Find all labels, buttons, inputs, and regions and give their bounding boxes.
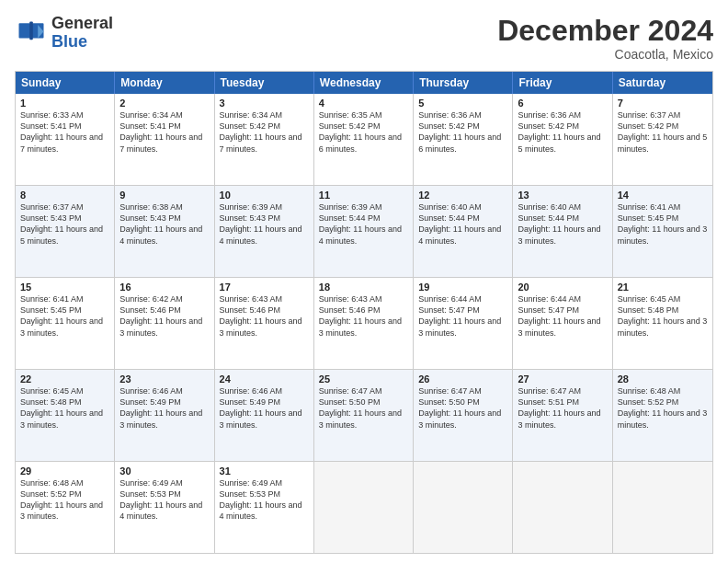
day-info: Sunrise: 6:41 AMSunset: 5:45 PMDaylight:… — [618, 201, 708, 247]
calendar-cell — [314, 462, 414, 553]
calendar-cell: 20Sunrise: 6:44 AMSunset: 5:47 PMDayligh… — [513, 278, 612, 369]
calendar-cell: 12Sunrise: 6:40 AMSunset: 5:44 PMDayligh… — [414, 186, 513, 277]
calendar-cell: 17Sunrise: 6:43 AMSunset: 5:46 PMDayligh… — [215, 278, 314, 369]
calendar-cell: 1Sunrise: 6:33 AMSunset: 5:41 PMDaylight… — [16, 94, 115, 185]
calendar-cell — [414, 462, 513, 553]
day-info: Sunrise: 6:48 AMSunset: 5:52 PMDaylight:… — [618, 385, 708, 431]
calendar-cell: 22Sunrise: 6:45 AMSunset: 5:48 PMDayligh… — [16, 370, 115, 461]
calendar-row: 15Sunrise: 6:41 AMSunset: 5:45 PMDayligh… — [16, 277, 712, 369]
day-number: 24 — [220, 373, 309, 385]
day-info: Sunrise: 6:47 AMSunset: 5:50 PMDaylight:… — [319, 385, 408, 431]
day-number: 31 — [220, 465, 309, 477]
weekday-header: Tuesday — [215, 72, 314, 94]
day-info: Sunrise: 6:33 AMSunset: 5:41 PMDaylight:… — [20, 109, 109, 155]
logo-general: General — [51, 14, 113, 32]
day-number: 16 — [119, 282, 209, 293]
day-number: 29 — [20, 465, 109, 477]
calendar-cell: 21Sunrise: 6:45 AMSunset: 5:48 PMDayligh… — [613, 278, 712, 369]
day-number: 23 — [119, 373, 209, 385]
svg-rect-1 — [19, 23, 31, 38]
day-number: 21 — [618, 282, 708, 293]
day-info: Sunrise: 6:41 AMSunset: 5:45 PMDaylight:… — [20, 293, 109, 339]
calendar-body: 1Sunrise: 6:33 AMSunset: 5:41 PMDaylight… — [16, 94, 712, 553]
day-info: Sunrise: 6:38 AMSunset: 5:43 PMDaylight:… — [119, 201, 209, 247]
weekday-header: Saturday — [613, 72, 712, 94]
day-info: Sunrise: 6:35 AMSunset: 5:42 PMDaylight:… — [319, 109, 408, 155]
calendar-row: 1Sunrise: 6:33 AMSunset: 5:41 PMDaylight… — [16, 94, 712, 185]
day-info: Sunrise: 6:37 AMSunset: 5:43 PMDaylight:… — [20, 201, 109, 247]
day-number: 17 — [220, 282, 309, 293]
calendar-cell — [613, 462, 712, 553]
day-number: 20 — [518, 282, 607, 293]
day-number: 6 — [518, 98, 607, 109]
month-title: December 2024 — [497, 15, 713, 47]
logo: General Blue — [15, 15, 113, 52]
day-number: 5 — [418, 98, 507, 109]
day-number: 22 — [20, 373, 109, 385]
day-info: Sunrise: 6:48 AMSunset: 5:52 PMDaylight:… — [20, 477, 109, 523]
calendar-cell: 14Sunrise: 6:41 AMSunset: 5:45 PMDayligh… — [613, 186, 712, 277]
calendar-cell: 15Sunrise: 6:41 AMSunset: 5:45 PMDayligh… — [16, 278, 115, 369]
day-number: 28 — [618, 373, 708, 385]
day-info: Sunrise: 6:47 AMSunset: 5:50 PMDaylight:… — [418, 385, 507, 431]
calendar-cell: 30Sunrise: 6:49 AMSunset: 5:53 PMDayligh… — [115, 462, 214, 553]
calendar-row: 29Sunrise: 6:48 AMSunset: 5:52 PMDayligh… — [16, 461, 712, 553]
day-number: 15 — [20, 282, 109, 293]
weekday-header: Sunday — [16, 72, 115, 94]
calendar-cell: 26Sunrise: 6:47 AMSunset: 5:50 PMDayligh… — [414, 370, 513, 461]
weekday-header: Monday — [115, 72, 214, 94]
calendar-cell: 31Sunrise: 6:49 AMSunset: 5:53 PMDayligh… — [215, 462, 314, 553]
calendar: SundayMondayTuesdayWednesdayThursdayFrid… — [15, 71, 713, 554]
calendar-row: 8Sunrise: 6:37 AMSunset: 5:43 PMDaylight… — [16, 185, 712, 277]
day-info: Sunrise: 6:43 AMSunset: 5:46 PMDaylight:… — [319, 293, 408, 339]
day-info: Sunrise: 6:46 AMSunset: 5:49 PMDaylight:… — [220, 385, 309, 431]
day-info: Sunrise: 6:36 AMSunset: 5:42 PMDaylight:… — [418, 109, 507, 155]
day-info: Sunrise: 6:43 AMSunset: 5:46 PMDaylight:… — [220, 293, 309, 339]
calendar-cell: 19Sunrise: 6:44 AMSunset: 5:47 PMDayligh… — [414, 278, 513, 369]
day-number: 18 — [319, 282, 408, 293]
calendar-cell: 2Sunrise: 6:34 AMSunset: 5:41 PMDaylight… — [115, 94, 214, 185]
day-number: 26 — [418, 373, 507, 385]
day-number: 8 — [20, 190, 109, 201]
day-info: Sunrise: 6:39 AMSunset: 5:43 PMDaylight:… — [220, 201, 309, 247]
day-info: Sunrise: 6:45 AMSunset: 5:48 PMDaylight:… — [20, 385, 109, 431]
calendar-cell: 6Sunrise: 6:36 AMSunset: 5:42 PMDaylight… — [513, 94, 612, 185]
day-number: 25 — [319, 373, 408, 385]
day-info: Sunrise: 6:37 AMSunset: 5:42 PMDaylight:… — [618, 109, 708, 155]
calendar-cell: 28Sunrise: 6:48 AMSunset: 5:52 PMDayligh… — [613, 370, 712, 461]
calendar-cell: 7Sunrise: 6:37 AMSunset: 5:42 PMDaylight… — [613, 94, 712, 185]
day-number: 14 — [618, 190, 708, 201]
day-number: 11 — [319, 190, 408, 201]
day-number: 10 — [220, 190, 309, 201]
logo-icon — [15, 17, 48, 50]
day-info: Sunrise: 6:44 AMSunset: 5:47 PMDaylight:… — [518, 293, 607, 339]
title-block: December 2024 Coacotla, Mexico — [497, 15, 713, 62]
day-info: Sunrise: 6:34 AMSunset: 5:42 PMDaylight:… — [220, 109, 309, 155]
day-info: Sunrise: 6:49 AMSunset: 5:53 PMDaylight:… — [119, 477, 209, 523]
day-info: Sunrise: 6:47 AMSunset: 5:51 PMDaylight:… — [518, 385, 607, 431]
calendar-cell: 25Sunrise: 6:47 AMSunset: 5:50 PMDayligh… — [314, 370, 414, 461]
day-number: 19 — [418, 282, 507, 293]
day-info: Sunrise: 6:39 AMSunset: 5:44 PMDaylight:… — [319, 201, 408, 247]
calendar-cell: 13Sunrise: 6:40 AMSunset: 5:44 PMDayligh… — [513, 186, 612, 277]
calendar-cell: 23Sunrise: 6:46 AMSunset: 5:49 PMDayligh… — [115, 370, 214, 461]
calendar-cell: 29Sunrise: 6:48 AMSunset: 5:52 PMDayligh… — [16, 462, 115, 553]
location: Coacotla, Mexico — [497, 47, 713, 62]
calendar-cell: 9Sunrise: 6:38 AMSunset: 5:43 PMDaylight… — [115, 186, 214, 277]
day-number: 12 — [418, 190, 507, 201]
day-info: Sunrise: 6:40 AMSunset: 5:44 PMDaylight:… — [418, 201, 507, 247]
calendar-cell: 24Sunrise: 6:46 AMSunset: 5:49 PMDayligh… — [215, 370, 314, 461]
day-info: Sunrise: 6:36 AMSunset: 5:42 PMDaylight:… — [518, 109, 607, 155]
calendar-cell — [513, 462, 612, 553]
calendar-cell: 3Sunrise: 6:34 AMSunset: 5:42 PMDaylight… — [215, 94, 314, 185]
day-number: 7 — [618, 98, 708, 109]
day-number: 3 — [220, 98, 309, 109]
day-number: 4 — [319, 98, 408, 109]
calendar-cell: 11Sunrise: 6:39 AMSunset: 5:44 PMDayligh… — [314, 186, 414, 277]
day-info: Sunrise: 6:45 AMSunset: 5:48 PMDaylight:… — [618, 293, 708, 339]
day-info: Sunrise: 6:42 AMSunset: 5:46 PMDaylight:… — [119, 293, 209, 339]
logo-text: General Blue — [51, 15, 113, 52]
day-info: Sunrise: 6:49 AMSunset: 5:53 PMDaylight:… — [220, 477, 309, 523]
calendar-cell: 10Sunrise: 6:39 AMSunset: 5:43 PMDayligh… — [215, 186, 314, 277]
day-number: 13 — [518, 190, 607, 201]
